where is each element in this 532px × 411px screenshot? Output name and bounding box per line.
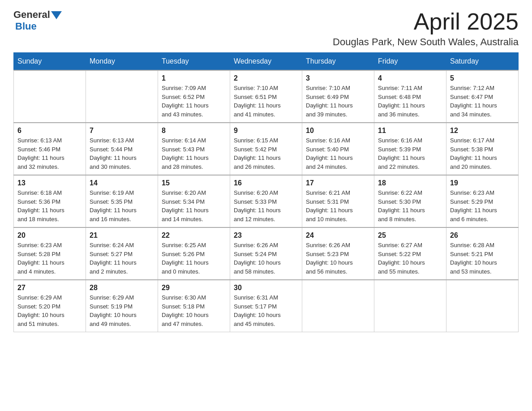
day-info: Sunrise: 6:30 AMSunset: 5:18 PMDaylight:… [162, 294, 209, 327]
day-number: 17 [306, 179, 370, 187]
calendar-day-header-friday: Friday [374, 53, 446, 71]
calendar-week-row: 27Sunrise: 6:29 AMSunset: 5:20 PMDayligh… [14, 280, 519, 332]
day-info: Sunrise: 6:16 AMSunset: 5:39 PMDaylight:… [378, 137, 425, 170]
logo-blue-text: Blue [15, 21, 37, 32]
calendar-day-cell-30: 30Sunrise: 6:31 AMSunset: 5:17 PMDayligh… [230, 280, 302, 332]
day-info: Sunrise: 6:23 AMSunset: 5:29 PMDaylight:… [450, 189, 497, 223]
calendar-day-cell-29: 29Sunrise: 6:30 AMSunset: 5:18 PMDayligh… [158, 280, 230, 332]
day-info: Sunrise: 6:15 AMSunset: 5:42 PMDaylight:… [234, 137, 281, 170]
calendar-day-header-tuesday: Tuesday [158, 53, 230, 71]
day-info: Sunrise: 6:29 AMSunset: 5:20 PMDaylight:… [17, 294, 64, 327]
calendar-day-cell-23: 23Sunrise: 6:26 AMSunset: 5:24 PMDayligh… [230, 227, 302, 280]
day-info: Sunrise: 7:09 AMSunset: 6:52 PMDaylight:… [162, 85, 209, 118]
day-number: 13 [17, 179, 82, 187]
calendar-day-cell-22: 22Sunrise: 6:25 AMSunset: 5:26 PMDayligh… [158, 227, 230, 280]
calendar-day-cell-18: 18Sunrise: 6:22 AMSunset: 5:30 PMDayligh… [374, 175, 446, 227]
calendar-day-cell-7: 7Sunrise: 6:13 AMSunset: 5:44 PMDaylight… [86, 123, 158, 175]
day-info: Sunrise: 6:13 AMSunset: 5:44 PMDaylight:… [90, 137, 137, 170]
day-info: Sunrise: 6:21 AMSunset: 5:31 PMDaylight:… [306, 189, 353, 223]
day-number: 4 [378, 74, 442, 82]
calendar-day-cell-16: 16Sunrise: 6:20 AMSunset: 5:33 PMDayligh… [230, 175, 302, 227]
calendar-day-header-thursday: Thursday [302, 53, 374, 71]
day-number: 22 [162, 231, 226, 240]
day-info: Sunrise: 6:27 AMSunset: 5:22 PMDaylight:… [378, 242, 425, 275]
day-number: 9 [234, 127, 298, 135]
day-info: Sunrise: 6:26 AMSunset: 5:24 PMDaylight:… [234, 242, 281, 275]
calendar-empty-cell [14, 70, 86, 123]
header: General Blue April 2025 Douglas Park, Ne… [13, 9, 519, 48]
calendar-week-row: 1Sunrise: 7:09 AMSunset: 6:52 PMDaylight… [14, 70, 519, 123]
day-number: 18 [378, 179, 442, 187]
day-number: 23 [234, 231, 298, 240]
calendar-empty-cell [374, 280, 446, 332]
calendar-day-cell-6: 6Sunrise: 6:13 AMSunset: 5:46 PMDaylight… [14, 123, 86, 175]
day-number: 27 [17, 284, 82, 292]
calendar-day-cell-11: 11Sunrise: 6:16 AMSunset: 5:39 PMDayligh… [374, 123, 446, 175]
day-info: Sunrise: 6:18 AMSunset: 5:36 PMDaylight:… [17, 189, 64, 223]
day-number: 6 [17, 127, 82, 135]
day-number: 20 [17, 231, 82, 240]
day-info: Sunrise: 7:12 AMSunset: 6:47 PMDaylight:… [450, 85, 497, 118]
day-info: Sunrise: 7:11 AMSunset: 6:48 PMDaylight:… [378, 85, 425, 118]
day-info: Sunrise: 6:29 AMSunset: 5:19 PMDaylight:… [90, 294, 137, 327]
calendar-day-cell-4: 4Sunrise: 7:11 AMSunset: 6:48 PMDaylight… [374, 70, 446, 123]
day-info: Sunrise: 6:20 AMSunset: 5:33 PMDaylight:… [234, 189, 281, 223]
day-info: Sunrise: 6:13 AMSunset: 5:46 PMDaylight:… [17, 137, 64, 170]
calendar-day-cell-13: 13Sunrise: 6:18 AMSunset: 5:36 PMDayligh… [14, 175, 86, 227]
calendar-day-header-monday: Monday [86, 53, 158, 71]
calendar-empty-cell [86, 70, 158, 123]
day-number: 29 [162, 284, 226, 292]
month-title: April 2025 [333, 9, 519, 34]
day-info: Sunrise: 6:25 AMSunset: 5:26 PMDaylight:… [162, 242, 209, 275]
logo-general-text: General [13, 9, 50, 21]
calendar-day-cell-20: 20Sunrise: 6:23 AMSunset: 5:28 PMDayligh… [14, 227, 86, 280]
calendar-day-cell-28: 28Sunrise: 6:29 AMSunset: 5:19 PMDayligh… [86, 280, 158, 332]
day-info: Sunrise: 7:10 AMSunset: 6:49 PMDaylight:… [306, 85, 353, 118]
calendar-week-row: 13Sunrise: 6:18 AMSunset: 5:36 PMDayligh… [14, 175, 519, 227]
calendar-day-cell-8: 8Sunrise: 6:14 AMSunset: 5:43 PMDaylight… [158, 123, 230, 175]
calendar-day-cell-26: 26Sunrise: 6:28 AMSunset: 5:21 PMDayligh… [446, 227, 519, 280]
day-info: Sunrise: 6:14 AMSunset: 5:43 PMDaylight:… [162, 137, 209, 170]
title-area: April 2025 Douglas Park, New South Wales… [333, 9, 519, 48]
calendar-day-cell-12: 12Sunrise: 6:17 AMSunset: 5:38 PMDayligh… [446, 123, 519, 175]
calendar-day-cell-21: 21Sunrise: 6:24 AMSunset: 5:27 PMDayligh… [86, 227, 158, 280]
calendar-day-header-wednesday: Wednesday [230, 53, 302, 71]
day-number: 8 [162, 127, 226, 135]
calendar-week-row: 20Sunrise: 6:23 AMSunset: 5:28 PMDayligh… [14, 227, 519, 280]
day-number: 2 [234, 74, 298, 82]
day-info: Sunrise: 6:24 AMSunset: 5:27 PMDaylight:… [90, 242, 137, 275]
calendar-day-cell-25: 25Sunrise: 6:27 AMSunset: 5:22 PMDayligh… [374, 227, 446, 280]
calendar-day-cell-27: 27Sunrise: 6:29 AMSunset: 5:20 PMDayligh… [14, 280, 86, 332]
day-number: 19 [450, 179, 515, 187]
calendar-day-cell-10: 10Sunrise: 6:16 AMSunset: 5:40 PMDayligh… [302, 123, 374, 175]
calendar-day-cell-3: 3Sunrise: 7:10 AMSunset: 6:49 PMDaylight… [302, 70, 374, 123]
day-info: Sunrise: 6:28 AMSunset: 5:21 PMDaylight:… [450, 242, 497, 275]
day-number: 16 [234, 179, 298, 187]
day-info: Sunrise: 6:20 AMSunset: 5:34 PMDaylight:… [162, 189, 209, 223]
day-number: 25 [378, 231, 442, 240]
day-number: 12 [450, 127, 515, 135]
calendar-day-cell-1: 1Sunrise: 7:09 AMSunset: 6:52 PMDaylight… [158, 70, 230, 123]
day-number: 24 [306, 231, 370, 240]
calendar-day-cell-17: 17Sunrise: 6:21 AMSunset: 5:31 PMDayligh… [302, 175, 374, 227]
day-number: 26 [450, 231, 515, 240]
day-number: 30 [234, 284, 298, 292]
day-number: 3 [306, 74, 370, 82]
day-number: 5 [450, 74, 515, 82]
calendar-empty-cell [446, 280, 519, 332]
calendar-day-cell-19: 19Sunrise: 6:23 AMSunset: 5:29 PMDayligh… [446, 175, 519, 227]
calendar-table: SundayMondayTuesdayWednesdayThursdayFrid… [13, 52, 519, 332]
day-number: 10 [306, 127, 370, 135]
day-number: 21 [90, 231, 154, 240]
day-info: Sunrise: 6:22 AMSunset: 5:30 PMDaylight:… [378, 189, 425, 223]
day-number: 11 [378, 127, 442, 135]
calendar-header-row: SundayMondayTuesdayWednesdayThursdayFrid… [14, 53, 519, 71]
calendar-day-cell-9: 9Sunrise: 6:15 AMSunset: 5:42 PMDaylight… [230, 123, 302, 175]
day-info: Sunrise: 6:19 AMSunset: 5:35 PMDaylight:… [90, 189, 137, 223]
calendar-day-cell-15: 15Sunrise: 6:20 AMSunset: 5:34 PMDayligh… [158, 175, 230, 227]
logo: General Blue [13, 9, 62, 32]
day-info: Sunrise: 6:26 AMSunset: 5:23 PMDaylight:… [306, 242, 353, 275]
day-info: Sunrise: 6:31 AMSunset: 5:17 PMDaylight:… [234, 294, 281, 327]
calendar-day-cell-2: 2Sunrise: 7:10 AMSunset: 6:51 PMDaylight… [230, 70, 302, 123]
day-info: Sunrise: 7:10 AMSunset: 6:51 PMDaylight:… [234, 85, 281, 118]
